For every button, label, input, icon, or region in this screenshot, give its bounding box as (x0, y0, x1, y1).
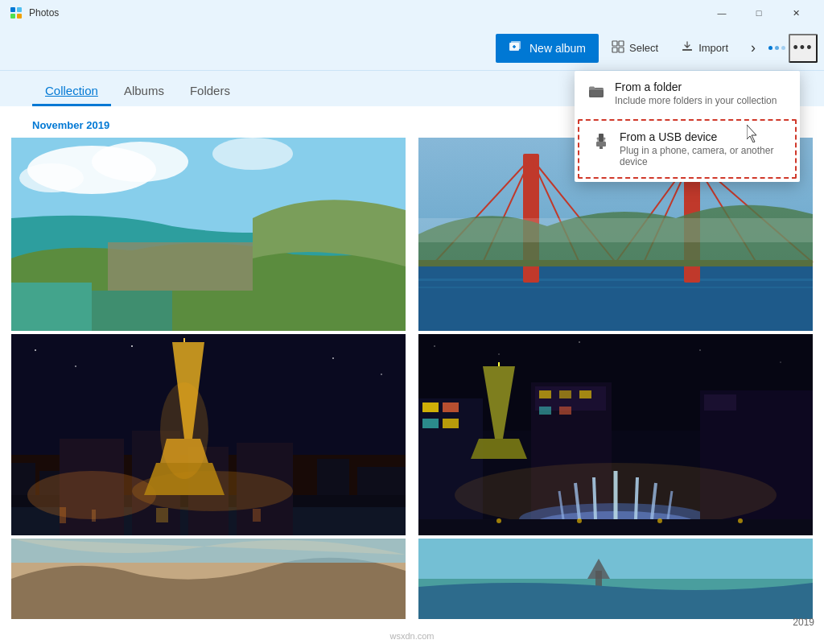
partial-left-svg (6, 539, 410, 619)
import-label: Import (698, 42, 728, 54)
photo-eiffel-paris[interactable] (6, 334, 410, 535)
maximize-button[interactable]: □ (740, 0, 777, 26)
photo-vegas-strip[interactable] (414, 334, 818, 535)
svg-rect-24 (418, 287, 813, 288)
folder-icon (587, 82, 605, 104)
vegas-photo-svg (414, 334, 818, 535)
loading-dots (768, 46, 785, 50)
svg-point-17 (212, 138, 293, 170)
select-icon (612, 40, 624, 56)
svg-point-99 (657, 518, 662, 523)
svg-rect-72 (422, 402, 439, 412)
photo-partial-left[interactable] (6, 539, 410, 619)
svg-point-100 (738, 518, 743, 523)
more-options-button[interactable]: ••• (789, 34, 818, 63)
svg-point-16 (19, 163, 84, 192)
svg-rect-60 (60, 507, 66, 523)
folder-option-title: From a folder (615, 80, 777, 93)
svg-rect-12 (682, 49, 692, 51)
title-bar-controls: — □ ✕ (703, 0, 814, 26)
usb-icon (592, 132, 610, 154)
svg-rect-79 (539, 390, 551, 398)
folder-option-text: From a folder Include more folders in yo… (615, 80, 777, 106)
svg-rect-22 (418, 266, 813, 331)
svg-rect-61 (92, 510, 96, 522)
svg-rect-83 (559, 407, 571, 415)
svg-point-43 (332, 357, 334, 359)
svg-rect-82 (539, 407, 551, 415)
svg-rect-1 (17, 7, 22, 12)
svg-rect-73 (443, 402, 459, 412)
svg-point-15 (92, 142, 188, 182)
select-button[interactable]: Select (602, 34, 668, 63)
svg-rect-81 (579, 390, 591, 398)
svg-rect-38 (418, 218, 813, 242)
svg-point-95 (455, 463, 777, 527)
svg-rect-74 (422, 419, 439, 428)
title-bar-left: Photos (10, 6, 59, 19)
tab-collection[interactable]: Collection (32, 77, 111, 106)
svg-rect-20 (92, 291, 172, 331)
usb-option-subtitle: Plug in a phone, camera, or another devi… (620, 145, 782, 167)
new-album-button[interactable]: New album (496, 34, 599, 63)
svg-rect-3 (17, 14, 22, 19)
eiffel-photo-svg (6, 334, 410, 535)
svg-rect-11 (619, 47, 624, 52)
app-title: Photos (29, 7, 59, 19)
aerial-photo-svg (6, 138, 410, 331)
minimize-button[interactable]: — (703, 0, 740, 26)
svg-point-42 (131, 345, 133, 347)
folder-option-subtitle: Include more folders in your collection (615, 95, 777, 106)
dropdown-from-usb[interactable]: From a USB device Plug in a phone, camer… (578, 119, 797, 179)
new-album-icon (509, 39, 523, 57)
svg-point-97 (496, 518, 501, 523)
svg-point-98 (577, 518, 582, 523)
tab-albums[interactable]: Albums (111, 77, 177, 106)
svg-rect-19 (11, 283, 92, 331)
svg-rect-80 (559, 390, 571, 398)
svg-rect-5 (511, 41, 521, 49)
svg-rect-2 (10, 14, 15, 19)
svg-point-44 (381, 374, 382, 375)
svg-rect-0 (10, 7, 15, 12)
import-button[interactable]: Import (671, 34, 738, 63)
svg-point-40 (35, 349, 36, 351)
svg-rect-62 (156, 508, 168, 522)
svg-rect-94 (704, 394, 736, 411)
svg-rect-63 (253, 509, 261, 522)
svg-rect-104 (418, 539, 813, 579)
chevron-icon: › (751, 39, 756, 56)
select-label: Select (629, 42, 658, 54)
svg-rect-96 (418, 519, 813, 535)
folder-icon-svg (587, 82, 605, 100)
main-content: November 2019 (0, 106, 824, 644)
year-label: 2019 (793, 617, 814, 628)
tab-folders[interactable]: Folders (177, 77, 243, 106)
svg-rect-23 (418, 279, 813, 281)
svg-point-59 (160, 382, 208, 479)
svg-rect-108 (599, 134, 604, 142)
svg-rect-75 (443, 419, 459, 428)
toolbar: New album Select Import › ••• (0, 26, 824, 71)
import-dropdown: From a folder Include more folders in yo… (575, 71, 800, 182)
photo-aerial[interactable] (6, 138, 410, 331)
svg-rect-110 (599, 147, 603, 149)
usb-option-title: From a USB device (620, 130, 782, 143)
chevron-button[interactable]: › (741, 34, 765, 63)
title-bar: Photos — □ ✕ (0, 0, 824, 26)
close-button[interactable]: ✕ (777, 0, 814, 26)
import-icon-svg (681, 40, 694, 53)
svg-rect-9 (619, 41, 624, 46)
svg-rect-109 (596, 142, 606, 147)
dropdown-from-folder[interactable]: From a folder Include more folders in yo… (575, 71, 800, 116)
album-icon-svg (509, 39, 523, 54)
select-icon-svg (612, 40, 624, 53)
svg-rect-8 (612, 41, 617, 46)
usb-option-text: From a USB device Plug in a phone, camer… (620, 130, 782, 167)
svg-rect-10 (612, 47, 617, 52)
partial-right-svg (414, 539, 818, 619)
import-icon (681, 40, 694, 56)
svg-rect-18 (108, 242, 253, 291)
app-icon (10, 6, 23, 19)
photo-partial-right[interactable] (414, 539, 818, 619)
